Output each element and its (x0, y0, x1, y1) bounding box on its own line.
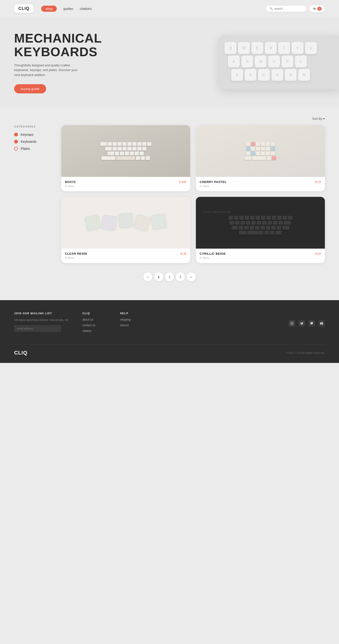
footer-social (289, 312, 325, 335)
footer-link-returns[interactable]: returns (120, 324, 144, 327)
footer-col-help: HELP shipping returns (120, 312, 144, 335)
cart-button[interactable]: 🛍 2 (309, 5, 325, 12)
key-T: T (278, 42, 290, 54)
keyboard-row-2: A S H O P L (225, 56, 336, 68)
category-label-keycaps: Keycaps (21, 133, 34, 136)
cart-count: 2 (317, 6, 321, 11)
key-E: E (251, 42, 263, 54)
category-keyboards[interactable]: Keyboards (14, 140, 52, 144)
search-bar[interactable]: 🔍 (266, 6, 306, 12)
sidebar: CATEGORIES Keycaps Keyboards Plates (14, 125, 52, 263)
keyboard-visual-cyrillic: CYRILLIC BEIGE ADD-ON (196, 197, 325, 248)
mailing-title: JOIN OUR MAILING LIST (14, 312, 68, 315)
key-X: X (245, 69, 256, 81)
product-image-cherry (196, 125, 325, 177)
search-icon: 🔍 (269, 7, 273, 10)
content-layout: CATEGORIES Keycaps Keyboards Plates (14, 125, 325, 263)
key-L: L (295, 56, 307, 68)
product-grid: BOX75 $ 400 In Stock (61, 125, 325, 263)
keyboard-row-1: Q W E R T Y U (225, 42, 336, 54)
hero-title: MECHANICAL KEYBOARDS (14, 31, 94, 59)
product-card-cherry[interactable]: CHERRY PASTEL $ 42 In Stock (196, 125, 325, 191)
category-keycaps[interactable]: Keycaps (14, 133, 52, 136)
product-price-box75: $ 400 (179, 180, 186, 184)
product-image-resin (61, 197, 190, 248)
nav-link-citations[interactable]: citations (80, 7, 92, 10)
footer-mailing: JOIN OUR MAILING LIST Info about upcomin… (14, 312, 68, 335)
page-next-button[interactable]: » (187, 272, 196, 281)
category-dot-plates (14, 147, 18, 150)
key-U: U (305, 42, 317, 54)
nav-link-guides[interactable]: guides (63, 7, 73, 10)
page-3-button[interactable]: 3 (176, 272, 185, 281)
footer-top: JOIN OUR MAILING LIST Info about upcomin… (14, 312, 325, 335)
svg-point-1 (291, 323, 293, 324)
product-card-cyrillic[interactable]: CYRILLIC BEIGE ADD-ON (196, 197, 325, 263)
twitch-icon[interactable] (308, 320, 315, 327)
footer-logo: CLIQ (14, 350, 28, 356)
youtube-icon[interactable] (318, 320, 325, 327)
nav-right: 🔍 🛍 2 (266, 5, 325, 12)
keyboard-visual-box75 (61, 125, 190, 177)
buying-guide-button[interactable]: buying guide (14, 84, 46, 94)
key-C: C (258, 69, 270, 81)
key-N: N (298, 69, 310, 81)
product-status-resin: In Stock (65, 256, 186, 259)
footer-link-contact[interactable]: contact us (82, 324, 106, 327)
product-name-box75: BOX75 (65, 180, 76, 184)
key-P: P (281, 56, 293, 68)
page-2-button[interactable]: 2 (165, 272, 174, 281)
product-name-cherry: CHERRY PASTEL (200, 180, 227, 184)
hero-section: MECHANICAL KEYBOARDS Thoughtfully design… (0, 17, 339, 108)
product-info-resin: CLEAR RESIN $ 35 In Stock (61, 248, 190, 263)
product-image-box75 (61, 125, 190, 177)
footer-link-about[interactable]: about us (82, 318, 106, 321)
category-plates[interactable]: Plates (14, 147, 52, 150)
categories-title: CATEGORIES (14, 125, 52, 128)
footer-cliq-title: CLIQ (82, 312, 106, 315)
product-info-box75: BOX75 $ 400 In Stock (61, 177, 190, 191)
product-name-resin: CLEAR RESIN (65, 252, 87, 256)
nav-links: shop guides citations (41, 6, 258, 12)
key-A: A (228, 56, 240, 68)
product-price-cherry: $ 42 (315, 180, 321, 184)
pagination: « 1 2 3 » (14, 272, 325, 281)
key-Z: Z (231, 69, 243, 81)
product-info-cyrillic: CYRILLIC BEIGE $ 60 In Stock (196, 248, 325, 263)
page-1-button[interactable]: 1 (154, 272, 163, 281)
sort-button[interactable]: Sort By ▾ (312, 117, 325, 120)
category-dot-keycaps (14, 133, 18, 136)
product-name-cyrillic: CYRILLIC BEIGE (200, 252, 226, 256)
sort-row: Sort By ▾ (14, 117, 325, 120)
nav-logo: CLIQ (14, 4, 34, 13)
hero-text: MECHANICAL KEYBOARDS Thoughtfully design… (14, 31, 94, 94)
footer: JOIN OUR MAILING LIST Info about upcomin… (0, 300, 339, 363)
search-input[interactable] (274, 7, 302, 10)
email-input[interactable] (14, 325, 61, 332)
instagram-icon[interactable] (289, 320, 295, 327)
keyboard-row-3: Z X C V B N (225, 69, 336, 81)
product-card-resin[interactable]: CLEAR RESIN $ 35 In Stock (61, 197, 190, 263)
category-dot-keyboards (14, 140, 18, 144)
svg-point-2 (293, 322, 293, 323)
nav-link-shop[interactable]: shop (41, 6, 57, 12)
product-info-cherry: CHERRY PASTEL $ 42 In Stock (196, 177, 325, 191)
page-prev-button[interactable]: « (143, 272, 152, 281)
svg-rect-0 (290, 322, 293, 325)
hero-description: Thoughtfully designed and quality crafte… (14, 63, 80, 78)
product-status-box75: In Stock (65, 185, 186, 188)
footer-link-shipping[interactable]: shipping (120, 318, 144, 321)
footer-col-cliq: CLIQ about us contact us citation (82, 312, 106, 335)
key-V: V (271, 69, 283, 81)
key-W: W (238, 42, 250, 54)
navbar: CLIQ shop guides citations 🔍 🛍 2 (0, 0, 339, 17)
key-Q: Q (225, 42, 236, 54)
key-H: H (255, 56, 266, 68)
product-card-box75[interactable]: BOX75 $ 400 In Stock (61, 125, 190, 191)
product-status-cherry: In Stock (200, 185, 321, 188)
twitter-icon[interactable] (298, 320, 305, 327)
footer-link-citation[interactable]: citation (82, 329, 106, 332)
product-price-cyrillic: $ 60 (315, 252, 321, 256)
mailing-description: Info about upcoming releases, new arriva… (14, 318, 68, 322)
category-label-plates: Plates (21, 147, 30, 150)
